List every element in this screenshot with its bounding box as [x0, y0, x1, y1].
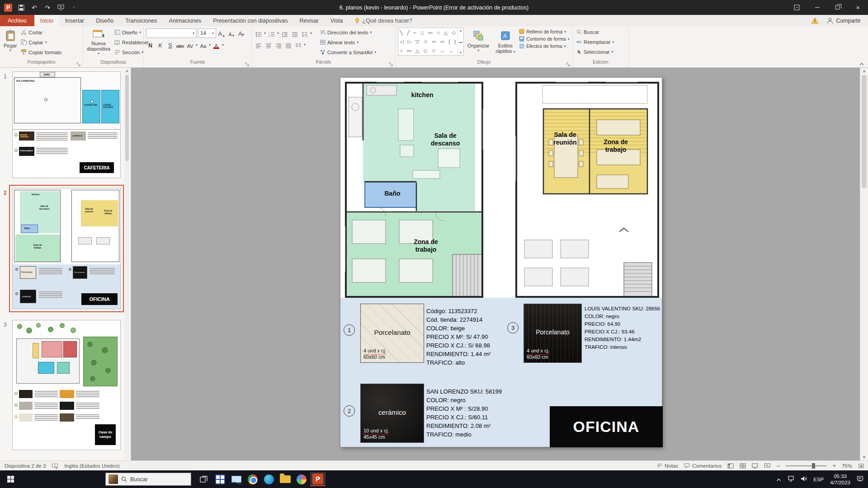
comments-toggle[interactable]: Comentarios	[684, 463, 722, 469]
paragraph-dialog-launcher[interactable]	[389, 61, 394, 66]
align-right-button[interactable]	[274, 40, 283, 49]
clock[interactable]: 05:33 4/7/2023	[830, 473, 850, 486]
chrome-icon[interactable]	[245, 472, 260, 486]
thumbnail-scroll-up-icon[interactable]: ▲	[124, 69, 130, 73]
tab-animaciones[interactable]: Animaciones	[163, 15, 208, 26]
increase-font-size-button[interactable]: A▲	[217, 28, 226, 38]
slide-thumbnail-3[interactable]: 1 2 3 Casa de campo	[12, 320, 121, 450]
select-button[interactable]: Seleccionar▾	[575, 47, 615, 56]
align-text-button[interactable]: Alinear texto▾	[319, 38, 377, 47]
redo-icon[interactable]: ↷	[43, 4, 52, 12]
scroll-down-icon[interactable]: ▼	[862, 455, 866, 460]
format-painter-button[interactable]: Copiar formato	[19, 47, 63, 57]
store-icon[interactable]	[212, 472, 228, 486]
tab-insertar[interactable]: Insertar	[59, 15, 90, 26]
product-1-tile-image[interactable]: Porcelanato 4 und x cj. 60x60 cm	[360, 304, 424, 363]
strikethrough-button[interactable]: abc	[176, 40, 184, 49]
language-indicator[interactable]: Inglés (Estados Unidos)	[64, 463, 119, 469]
product-1-specs[interactable]: Código: 113523372 Cód. tienda: 2274914 C…	[426, 307, 491, 367]
decrease-indent-button[interactable]	[280, 28, 289, 38]
start-slideshow-icon[interactable]	[57, 4, 65, 12]
floor-plan-left[interactable]	[345, 82, 483, 298]
line-spacing-button[interactable]	[300, 28, 309, 38]
slide-thumbnail-1[interactable]: SALA PRINCIPAL BAÑO COCINA FRIA COCINA C…	[12, 71, 121, 178]
slide-tag-oficina[interactable]: OFICINA	[550, 406, 663, 447]
close-button[interactable]: ×	[848, 0, 868, 15]
decrease-font-size-button[interactable]: A▼	[227, 28, 236, 38]
slide-number-indicator[interactable]: Diapositiva 2 de 3	[5, 463, 46, 469]
find-button[interactable]: Buscar	[575, 28, 600, 37]
room-label-meeting[interactable]: Sala de reunión	[549, 131, 581, 146]
slide-thumbnail-2-selected[interactable]: kitchen Sala de descanso Baño Zona de tr…	[12, 188, 121, 309]
zoom-slider[interactable]	[786, 465, 826, 466]
drawing-dialog-launcher[interactable]	[566, 61, 571, 66]
numbering-button[interactable]: 123	[267, 28, 276, 38]
collapse-ribbon-chevron-icon[interactable]	[859, 60, 864, 68]
text-direction-button[interactable]: Dirección del texto▾	[319, 28, 377, 37]
tab-archivo[interactable]: Archivo	[0, 15, 34, 26]
room-label-kitchen[interactable]: kitchen	[411, 91, 433, 99]
task-view-button[interactable]	[196, 472, 212, 486]
copy-button[interactable]: Copiar▾	[19, 38, 63, 47]
shape-effects-button[interactable]: Efectos de forma▾	[519, 43, 570, 49]
font-name-combo[interactable]: ▾	[146, 28, 197, 38]
quick-styles-button[interactable]: A Estilosrápidos ▾	[493, 28, 518, 56]
file-explorer-icon[interactable]	[278, 472, 293, 486]
arrange-button[interactable]: Organizar ▾	[465, 28, 492, 56]
clear-formatting-button[interactable]: A◤	[237, 28, 246, 38]
shapes-gallery-scrollbar[interactable]: ▲▬▼	[458, 28, 463, 55]
zoom-in-button[interactable]: +	[832, 462, 836, 469]
shapes-grid[interactable]: ╲ ╱ ⌐ □ ▭ ○ △ ◇ ◁ ▷ ▽ ☆ ⇦ ⇨ { } ○ ▭ △ ◇ …	[398, 28, 458, 55]
columns-button[interactable]	[294, 40, 302, 49]
slideshow-view-button[interactable]	[764, 463, 770, 469]
tab-presentacion[interactable]: Presentación con diapositivas	[207, 15, 293, 26]
powerpoint-taskbar-icon[interactable]: P	[310, 472, 326, 486]
shapes-gallery[interactable]: ╲ ╱ ⌐ □ ▭ ○ △ ◇ ◁ ▷ ▽ ☆ ⇦ ⇨ { } ○ ▭ △ ◇ …	[398, 28, 464, 56]
keyboard-language-indicator[interactable]: ESP	[813, 477, 824, 482]
slide-sorter-view-button[interactable]	[740, 463, 746, 469]
tab-transiciones[interactable]: Transiciones	[119, 15, 163, 26]
align-center-button[interactable]	[264, 40, 273, 49]
volume-icon[interactable]	[801, 475, 807, 483]
room-label-bath[interactable]: Baño	[385, 190, 401, 197]
photos-icon[interactable]	[294, 472, 309, 486]
product-1-number-badge[interactable]: 1	[344, 324, 355, 336]
room-label-work-right[interactable]: Zona de trabajo	[600, 138, 632, 154]
product-3-tile-image[interactable]: Porcelanato 4 und x cj. 60x60 cm	[524, 304, 582, 363]
mail-icon[interactable]	[229, 472, 244, 486]
tab-inicio[interactable]: Inicio	[34, 15, 59, 26]
tray-chevron-icon[interactable]	[776, 475, 781, 483]
save-icon[interactable]	[17, 4, 25, 12]
ribbon-display-options-button[interactable]	[787, 0, 807, 15]
tab-vista[interactable]: Vista	[325, 15, 349, 26]
slide-2-canvas[interactable]: kitchen Sala de descanso Baño Zona de tr…	[340, 77, 662, 447]
room-label-lounge[interactable]: Sala de descanso	[427, 132, 464, 147]
convert-smartart-button[interactable]: Convertir a SmartArt▾	[319, 47, 377, 57]
font-color-button[interactable]: A	[212, 40, 221, 49]
paste-button[interactable]: Pegar ▾	[2, 28, 18, 56]
thumbnail-pane-scrollbar[interactable]: ▲	[124, 69, 130, 460]
product-2-tile-image[interactable]: cerámico 10 und x cj. 45x45 cm	[360, 384, 424, 443]
character-spacing-button[interactable]: AV	[186, 40, 194, 49]
underline-button[interactable]: S	[166, 40, 175, 49]
search-highlights-image[interactable]	[108, 474, 118, 484]
product-2-specs[interactable]: SAN LORENZO SKU: 58199 COLOR: negro PREC…	[426, 387, 502, 439]
tell-me-box[interactable]: ¿Qué desea hacer?	[349, 15, 418, 26]
tab-diseno[interactable]: Diseño	[90, 15, 119, 26]
font-size-combo[interactable]: 14▾	[198, 28, 216, 38]
floor-plan-right[interactable]	[515, 82, 659, 298]
main-vertical-scrollbar[interactable]: ▲ ▼	[860, 68, 868, 460]
tab-revisar[interactable]: Revisar	[294, 15, 325, 26]
justify-button[interactable]	[284, 40, 292, 49]
start-button[interactable]	[0, 470, 21, 488]
increase-indent-button[interactable]	[290, 28, 299, 38]
shape-fill-button[interactable]: Relleno de forma▾	[519, 29, 570, 34]
minimize-button[interactable]	[807, 0, 827, 15]
italic-button[interactable]: K	[156, 40, 165, 49]
undo-icon[interactable]: ↶	[30, 4, 38, 12]
fit-to-window-button[interactable]	[858, 463, 864, 469]
network-icon[interactable]	[788, 475, 794, 483]
edge-icon[interactable]	[261, 472, 277, 486]
taskbar-search[interactable]: Buscar	[105, 473, 191, 486]
shape-outline-button[interactable]: Contorno de forma▾	[519, 36, 570, 42]
